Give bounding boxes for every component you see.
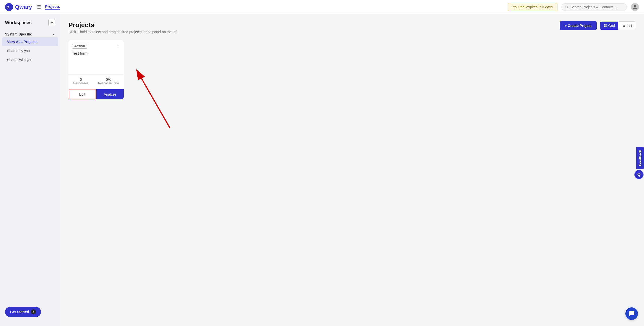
- sidebar-bottom: Get Started 4: [0, 303, 60, 321]
- hamburger-icon[interactable]: ☰: [37, 4, 41, 10]
- card-body: [68, 59, 124, 74]
- response-rate-value: 0%: [98, 77, 119, 82]
- card-stats: 0 Responses 0% Response Rate: [68, 74, 124, 89]
- edit-button[interactable]: Edit: [68, 89, 96, 99]
- card-header: ACTIVE ⋮: [68, 40, 124, 51]
- response-rate-label: Response Rate: [98, 82, 119, 85]
- svg-text:Q: Q: [7, 5, 9, 9]
- chevron-up-icon: ▲: [52, 32, 55, 36]
- chat-button[interactable]: [625, 307, 638, 320]
- sidebar-item-shared-with-you[interactable]: Shared with you: [2, 55, 58, 64]
- sidebar-header: Workspaces +: [0, 19, 60, 30]
- sidebar-item-shared-by-you[interactable]: Shared by you: [2, 46, 58, 55]
- svg-rect-6: [605, 26, 607, 27]
- grid-icon: [603, 24, 607, 27]
- create-project-button[interactable]: + Create Project: [560, 21, 597, 30]
- logo: Q Qwary: [5, 3, 32, 11]
- stat-response-rate: 0% Response Rate: [98, 77, 119, 85]
- trial-banner: You trial expires in 6 days: [508, 3, 557, 11]
- main-content: Projects Click + hold to select and drag…: [60, 14, 644, 326]
- card-actions: Edit Analyze: [68, 89, 124, 99]
- sidebar-title: Workspaces: [5, 20, 32, 25]
- page-header-left: Projects Click + hold to select and drag…: [68, 21, 178, 34]
- stat-responses: 0 Responses: [73, 77, 88, 85]
- grid-view-button[interactable]: Grid: [600, 22, 618, 30]
- status-badge: ACTIVE: [72, 44, 87, 49]
- search-input[interactable]: [571, 5, 623, 9]
- logo-text: Qwary: [15, 4, 32, 10]
- get-started-badge: 4: [31, 309, 36, 314]
- svg-rect-4: [605, 24, 607, 26]
- get-started-button[interactable]: Get Started 4: [5, 307, 41, 317]
- svg-line-2: [568, 8, 568, 8]
- sidebar-item-view-all[interactable]: View ALL Projects: [2, 37, 58, 46]
- sidebar-add-button[interactable]: +: [48, 19, 55, 26]
- list-icon: [622, 24, 625, 27]
- logo-icon: Q: [5, 3, 13, 11]
- avatar[interactable]: [631, 3, 639, 11]
- search-icon: [565, 5, 569, 9]
- view-toggle: Grid List: [600, 21, 636, 30]
- list-view-button[interactable]: List: [618, 22, 636, 30]
- analyze-button[interactable]: Analyze: [96, 89, 124, 99]
- svg-point-1: [566, 6, 568, 8]
- header-actions: + Create Project Grid List: [560, 21, 636, 30]
- page-subtitle: Click + hold to select and drag desired …: [68, 30, 178, 34]
- layout: Workspaces + System Specific ▲ View ALL …: [0, 14, 644, 326]
- feedback-wrapper: Feedback Q: [634, 147, 644, 179]
- sidebar: Workspaces + System Specific ▲ View ALL …: [0, 14, 60, 326]
- project-card: ACTIVE ⋮ Test form 0 Responses 0% Respon…: [68, 40, 124, 99]
- sidebar-section-system-specific: System Specific ▲: [0, 30, 60, 37]
- search-box[interactable]: [561, 3, 627, 11]
- responses-value: 0: [73, 77, 88, 82]
- projects-grid: ACTIVE ⋮ Test form 0 Responses 0% Respon…: [68, 40, 636, 99]
- responses-label: Responses: [73, 82, 88, 85]
- sidebar-section-label: System Specific: [5, 32, 32, 36]
- nav-projects-link[interactable]: Projects: [45, 4, 60, 10]
- card-menu-icon[interactable]: ⋮: [116, 44, 120, 49]
- page-header: Projects Click + hold to select and drag…: [68, 21, 636, 34]
- svg-rect-5: [604, 26, 605, 27]
- page-title: Projects: [68, 21, 178, 29]
- card-title: Test form: [68, 51, 124, 59]
- topnav: Q Qwary ☰ Projects You trial expires in …: [0, 0, 644, 14]
- q-icon-button[interactable]: Q: [634, 170, 643, 179]
- feedback-button[interactable]: Feedback: [636, 147, 644, 169]
- topnav-right: You trial expires in 6 days: [508, 3, 639, 11]
- svg-rect-3: [604, 24, 605, 26]
